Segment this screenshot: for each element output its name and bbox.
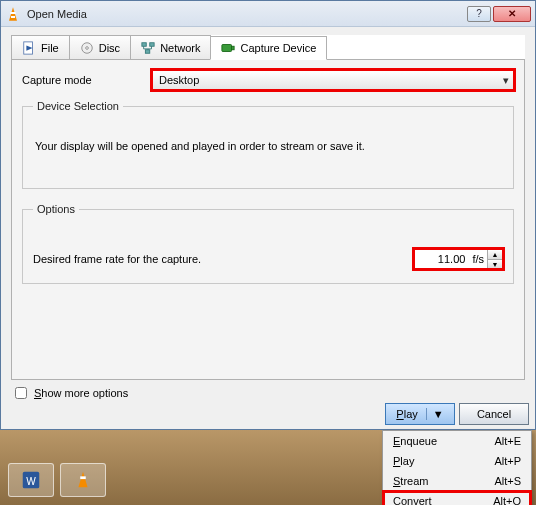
svg-rect-6	[11, 16, 15, 18]
menu-play-accel: Alt+P	[494, 455, 521, 467]
play-dropdown-menu: Enqueue Alt+E Play Alt+P Stream Alt+S Co…	[382, 430, 532, 505]
show-more-checkbox[interactable]	[15, 387, 27, 399]
titlebar[interactable]: Open Media ? ✕	[1, 1, 535, 27]
show-more-options[interactable]: Show more options	[11, 384, 525, 402]
fps-label: Desired frame rate for the capture.	[33, 253, 414, 265]
svg-rect-12	[150, 42, 154, 46]
svg-point-10	[85, 46, 88, 49]
fps-unit: f/s	[469, 253, 487, 265]
device-selection-legend: Device Selection	[33, 100, 123, 112]
svg-rect-11	[142, 42, 146, 46]
capture-icon	[221, 41, 235, 55]
help-button[interactable]: ?	[467, 6, 491, 22]
show-more-label: Show more options	[34, 387, 128, 399]
fps-input[interactable]	[415, 250, 469, 268]
tab-network-label: Network	[160, 42, 200, 54]
open-media-window: Open Media ? ✕ File Disc Network Capture…	[0, 0, 536, 430]
menu-enqueue[interactable]: Enqueue Alt+E	[383, 431, 531, 451]
svg-rect-13	[146, 49, 150, 53]
menu-enqueue-accel: Alt+E	[494, 435, 521, 447]
tabs: File Disc Network Capture Device	[11, 35, 525, 60]
tab-network[interactable]: Network	[130, 35, 211, 59]
menu-play[interactable]: Play Alt+P	[383, 451, 531, 471]
capture-mode-value: Desktop	[159, 74, 199, 86]
fps-input-wrap: f/s ▲ ▼	[414, 249, 503, 269]
vlc-icon	[5, 6, 21, 22]
capture-mode-label: Capture mode	[22, 74, 152, 86]
tab-disc-label: Disc	[99, 42, 120, 54]
device-selection-group: Device Selection Your display will be op…	[22, 100, 514, 189]
play-button[interactable]: Play ▼	[385, 403, 455, 425]
tab-disc[interactable]: Disc	[69, 35, 131, 59]
play-dropdown-toggle[interactable]: ▼	[426, 408, 444, 420]
cancel-button[interactable]: Cancel	[459, 403, 529, 425]
taskbar-app-word[interactable]: W	[8, 463, 54, 497]
close-button[interactable]: ✕	[493, 6, 531, 22]
svg-rect-3	[80, 476, 86, 479]
menu-convert-accel: Alt+O	[493, 495, 521, 505]
svg-rect-15	[232, 46, 235, 50]
taskbar-app-vlc[interactable]	[60, 463, 106, 497]
fps-spin-down[interactable]: ▼	[488, 259, 502, 268]
capture-mode-select[interactable]: Desktop	[152, 70, 514, 90]
svg-rect-5	[10, 12, 15, 14]
fps-spinner: ▲ ▼	[487, 250, 502, 268]
tab-file-label: File	[41, 42, 59, 54]
cancel-label: Cancel	[477, 408, 511, 420]
options-group: Options Desired frame rate for the captu…	[22, 203, 514, 284]
menu-stream[interactable]: Stream Alt+S	[383, 471, 531, 491]
svg-marker-2	[78, 472, 87, 488]
file-icon	[22, 41, 36, 55]
options-legend: Options	[33, 203, 79, 215]
tab-file[interactable]: File	[11, 35, 70, 59]
tab-capture-label: Capture Device	[240, 42, 316, 54]
menu-stream-accel: Alt+S	[494, 475, 521, 487]
tab-capture-device[interactable]: Capture Device	[210, 36, 327, 60]
svg-rect-14	[222, 45, 232, 52]
menu-convert[interactable]: Convert Alt+O	[383, 491, 531, 505]
network-icon	[141, 41, 155, 55]
device-selection-text: Your display will be opened and played i…	[33, 122, 503, 174]
svg-text:W: W	[26, 476, 36, 487]
fps-spin-up[interactable]: ▲	[488, 250, 502, 259]
capture-tabpage: Capture mode Desktop Device Selection Yo…	[11, 60, 525, 380]
window-title: Open Media	[27, 8, 467, 20]
disc-icon	[80, 41, 94, 55]
